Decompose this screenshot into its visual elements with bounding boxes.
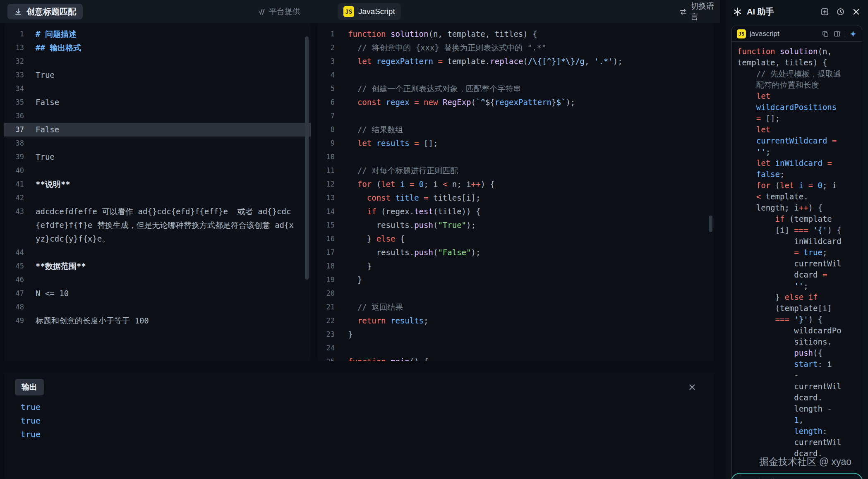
line-content: results.push("False");	[348, 246, 480, 259]
line-number: 22	[317, 314, 348, 328]
code-line: 14 if (regex.test(title)) {	[317, 205, 714, 218]
divider	[845, 31, 845, 37]
close-output-button[interactable]	[688, 383, 697, 392]
line-content: template, titles) {	[737, 57, 827, 68]
line-number: 37	[4, 123, 36, 137]
line-content: True	[36, 150, 311, 164]
magic-sparkle-icon[interactable]	[849, 30, 857, 38]
code-line: let	[737, 91, 856, 102]
code-line: 配符的位置和长度	[737, 79, 856, 91]
ai-assistant-title: AI 助手	[747, 6, 774, 17]
code-line: 32	[4, 55, 311, 68]
line-content: # 问题描述	[36, 27, 311, 41]
code-line: === '}') {	[737, 314, 856, 325]
line-content: === '}') {	[737, 314, 822, 325]
code-line: start: i	[737, 359, 856, 370]
history-icon[interactable]	[836, 7, 845, 16]
line-content: let	[737, 91, 775, 102]
ai-code-header: JS javascript	[732, 26, 862, 42]
code-line: 42	[4, 191, 311, 205]
line-number: 8	[317, 123, 348, 137]
line-number: 1	[317, 27, 348, 41]
line-content: < template.	[737, 191, 808, 202]
line-content: function solution(n,	[737, 46, 837, 57]
line-content: let regexPattern = template.replace(/\{[…	[348, 55, 623, 68]
code-line: 10	[317, 150, 714, 164]
line-number: 41	[4, 177, 36, 191]
code-line: dcard.	[737, 392, 856, 403]
code-line: 41**说明**	[4, 177, 311, 191]
line-content: 标题和创意的长度小于等于 100	[36, 314, 311, 328]
copy-icon[interactable]	[822, 30, 829, 38]
code-line: -	[737, 370, 856, 381]
line-content: '';	[737, 146, 770, 158]
line-number: 33	[4, 68, 36, 82]
line-content: = true;	[737, 247, 827, 258]
line-content	[348, 109, 352, 123]
line-number: 14	[317, 205, 348, 218]
code-line: for (let i = 0; i	[737, 180, 856, 191]
line-content: if (template	[737, 213, 832, 225]
code-line: 21 // 返回结果	[317, 300, 714, 314]
ai-code-lang-label: javascript	[750, 30, 779, 38]
output-tab[interactable]: 输出	[15, 379, 44, 395]
code-line: 18 }	[317, 259, 714, 273]
code-line: 48	[4, 300, 311, 314]
ai-code-block: JS javascript function solution(n, templ…	[731, 26, 862, 479]
line-content: function main() {	[348, 355, 429, 361]
line-content: // 先处理模板，提取通	[737, 68, 841, 79]
line-content: length:	[737, 426, 832, 437]
code-line: } else if	[737, 292, 856, 303]
problem-title-button[interactable]: 创意标题匹配	[7, 4, 83, 19]
line-content	[36, 82, 311, 96]
line-number: 7	[317, 109, 348, 123]
code-line: 6 const regex = new RegExp(`^${regexPatt…	[317, 96, 714, 109]
close-icon[interactable]	[852, 7, 861, 16]
switch-language-button[interactable]: 切换语言	[679, 0, 720, 23]
line-content: length -	[737, 403, 837, 414]
line-content	[348, 150, 352, 164]
platform-provided: 平台提供	[257, 0, 300, 23]
scrollbar[interactable]	[709, 216, 712, 232]
code-line: 1,	[737, 414, 856, 426]
line-number: 21	[317, 300, 348, 314]
line-number: 2	[317, 41, 348, 55]
line-content: false;	[737, 169, 784, 180]
code-line: 38	[4, 137, 311, 150]
code-line: = [];	[737, 113, 856, 124]
line-content: // 对每个标题进行正则匹配	[348, 164, 458, 177]
code-line: currentWil	[737, 381, 856, 392]
code-line: 34	[4, 82, 311, 96]
code-line: = true;	[737, 247, 856, 258]
line-number: 25	[317, 355, 348, 361]
line-number: 9	[317, 137, 348, 150]
code-line: 44	[4, 246, 311, 259]
code-line: 43adcdcefdfeffe 可以看作 ad{}cdc{efd}f{eff}e…	[4, 205, 311, 246]
line-content: // 将创意中的 {xxx} 替换为正则表达式中的 ".*"	[348, 41, 546, 55]
line-number: 44	[4, 246, 36, 259]
code-line: false;	[737, 169, 856, 180]
code-line: 1# 问题描述	[4, 27, 311, 41]
line-number: 38	[4, 137, 36, 150]
line-content: **说明**	[36, 177, 311, 191]
scrollbar[interactable]	[305, 36, 309, 280]
line-content: (template[i]	[737, 303, 837, 314]
code-line: length:	[737, 426, 856, 437]
output-line: true	[21, 428, 714, 441]
new-chat-icon[interactable]	[820, 7, 829, 16]
line-number: 49	[4, 314, 36, 328]
line-number: 13	[4, 41, 36, 55]
insert-panel-icon[interactable]	[833, 30, 841, 38]
code-line: 20	[317, 287, 714, 300]
code-editor-panel[interactable]: 1function solution(n, template, titles) …	[317, 23, 714, 361]
line-content: '';	[737, 280, 808, 292]
code-line: template, titles) {	[737, 57, 856, 68]
code-line: wildcardPo	[737, 325, 856, 336]
line-content: results.push("True");	[348, 218, 476, 232]
line-content: **数据范围**	[36, 259, 311, 273]
line-content: }	[348, 328, 352, 341]
code-line: currentWildcard =	[737, 135, 856, 146]
line-number: 12	[317, 177, 348, 191]
code-line: 46	[4, 273, 311, 287]
language-tab[interactable]: JS JavaScript	[338, 3, 401, 20]
